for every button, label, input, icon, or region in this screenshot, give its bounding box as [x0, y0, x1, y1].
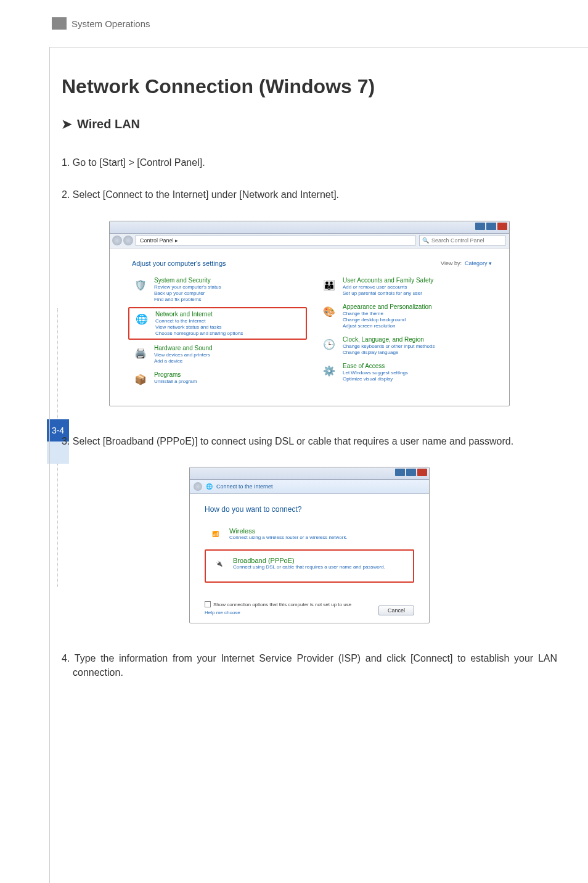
- show-more-check: Show connection options that this comput…: [205, 601, 351, 607]
- cp-category: 📦ProgramsUninstall a program: [132, 371, 303, 388]
- category-icon: ⚙️: [321, 363, 338, 380]
- connection-option: 🔌Broadband (PPPoE)Connect using DSL or c…: [208, 553, 410, 574]
- dialog-footer: Show connection options that this comput…: [205, 601, 414, 615]
- category-link: Change display language: [343, 350, 435, 355]
- step-4-text: Type the information from your Internet …: [73, 653, 557, 677]
- forward-icon: [123, 236, 133, 245]
- category-link: Optimize visual display: [343, 376, 408, 382]
- content-area: Network Connection (Windows 7) ➤ Wired L…: [62, 75, 557, 698]
- category-icon: 🖨️: [132, 345, 149, 362]
- search-icon: 🔍: [422, 237, 429, 244]
- dialog-question: How do you want to connect?: [205, 505, 414, 514]
- option-title: Broadband (PPPoE): [233, 557, 385, 564]
- category-link: Find and fix problems: [154, 297, 221, 302]
- maximize-icon: [406, 469, 416, 476]
- chapter-title: Network Connection (Windows 7): [62, 75, 557, 98]
- close-icon: [417, 469, 427, 476]
- help-link: Help me choose: [205, 610, 351, 615]
- category-link: Add or remove user accounts: [343, 284, 433, 290]
- category-link: Adjust screen resolution: [343, 323, 432, 329]
- cancel-button: Cancel: [378, 606, 414, 615]
- search-placeholder: Search Control Panel: [431, 237, 484, 244]
- dialog-breadcrumb: 🌐 Connect to the Internet: [190, 480, 429, 494]
- search-box: 🔍 Search Control Panel: [419, 235, 505, 246]
- chevron-right-icon: ➤: [62, 117, 72, 131]
- category-title: Hardware and Sound: [154, 345, 213, 351]
- highlight-box: 🌐Network and InternetConnect to the Inte…: [128, 307, 307, 340]
- category-link: Change desktop background: [343, 317, 432, 322]
- category-link: Uninstall a program: [154, 379, 197, 384]
- cp-category: 🎨Appearance and PersonalizationChange th…: [321, 303, 492, 329]
- category-link: View devices and printers: [154, 352, 213, 358]
- category-link: Set up parental controls for any user: [343, 290, 433, 296]
- screenshot-control-panel: Control Panel ▸ 🔍 Search Control Panel A…: [109, 221, 510, 406]
- category-lines: Clock, Language, and RegionChange keyboa…: [343, 336, 435, 355]
- step-2-text: Select [Connect to the Internet] under […: [73, 189, 339, 200]
- option-icon: 📶: [207, 527, 223, 541]
- category-icon: 🎨: [321, 303, 338, 321]
- category-title: Network and Internet: [155, 311, 243, 318]
- show-more-text: Show connection options that this comput…: [213, 602, 351, 607]
- maximize-icon: [486, 223, 496, 230]
- view-by-value: Category ▾: [465, 260, 492, 266]
- category-link: Change the theme: [343, 311, 432, 316]
- category-link: Let Windows suggest settings: [343, 370, 408, 376]
- cp-category: 🖨️Hardware and SoundView devices and pri…: [132, 345, 303, 364]
- section-heading-text: Wired LAN: [77, 117, 140, 131]
- option-subtitle: Connect using DSL or cable that requires…: [233, 564, 385, 570]
- view-by: View by: Category ▾: [441, 260, 492, 266]
- cp-category: ⚙️Ease of AccessLet Windows suggest sett…: [321, 363, 492, 382]
- category-link: Add a device: [154, 358, 213, 364]
- category-title: Clock, Language, and Region: [343, 336, 435, 343]
- option-icon: 🔌: [211, 557, 227, 570]
- category-link: Back up your computer: [154, 290, 221, 296]
- category-title: Ease of Access: [343, 363, 408, 369]
- category-lines: ProgramsUninstall a program: [154, 371, 197, 388]
- step-1: 1. Go to [Start] > [Control Panel].: [62, 156, 557, 170]
- category-link: Review your computer's status: [154, 284, 221, 290]
- category-link: Choose homegroup and sharing options: [155, 331, 243, 336]
- view-by-label: View by:: [441, 260, 462, 266]
- section-heading: ➤ Wired LAN: [62, 117, 557, 131]
- category-title: Appearance and Personalization: [343, 303, 432, 310]
- minimize-icon: [395, 469, 405, 476]
- control-panel-body: Adjust your computer's settings View by:…: [110, 248, 509, 406]
- window-titlebar: [110, 221, 509, 234]
- category-lines: User Accounts and Family SafetyAdd or re…: [343, 277, 433, 296]
- category-lines: Hardware and SoundView devices and print…: [154, 345, 213, 364]
- window-caption-buttons: [475, 223, 507, 230]
- category-title: System and Security: [154, 277, 221, 284]
- step-1-num: 1.: [62, 157, 70, 168]
- option-text: WirelessConnect using a wireless router …: [229, 527, 348, 540]
- category-title: User Accounts and Family Safety: [343, 277, 433, 284]
- breadcrumb-text: Control Panel ▸: [140, 237, 178, 244]
- window-caption-buttons-2: [395, 469, 427, 476]
- step-3: 3. Select [Broadband (PPPoE)] to connect…: [62, 435, 557, 448]
- connection-option: 📶WirelessConnect using a wireless router…: [205, 524, 414, 544]
- dialog-options: 📶WirelessConnect using a wireless router…: [205, 524, 414, 583]
- close-icon: [497, 223, 507, 230]
- step-3-text: Select [Broadband (PPPoE)] to connect us…: [73, 436, 513, 446]
- back-icon: [194, 482, 202, 491]
- cp-columns: 🛡️System and SecurityReview your compute…: [132, 277, 492, 388]
- cp-left-column: 🛡️System and SecurityReview your compute…: [132, 277, 303, 388]
- cp-category: 🕒Clock, Language, and RegionChange keybo…: [321, 336, 492, 355]
- cp-category: 👪User Accounts and Family SafetyAdd or r…: [321, 277, 492, 296]
- category-link: Change keyboards or other input methods: [343, 343, 435, 349]
- cp-category: 🌐Network and InternetConnect to the Inte…: [133, 311, 302, 336]
- category-lines: Ease of AccessLet Windows suggest settin…: [343, 363, 408, 382]
- category-lines: System and SecurityReview your computer'…: [154, 277, 221, 302]
- checkbox-icon: [205, 601, 211, 607]
- dialog-crumb-text: Connect to the Internet: [216, 483, 273, 490]
- cp-right-column: 👪User Accounts and Family SafetyAdd or r…: [321, 277, 492, 388]
- nav-back-forward: [112, 236, 133, 245]
- category-lines: Network and InternetConnect to the Inter…: [155, 311, 243, 336]
- back-icon: [112, 236, 122, 245]
- option-text: Broadband (PPPoE)Connect using DSL or ca…: [233, 557, 385, 570]
- category-icon: 👪: [321, 277, 338, 294]
- option-title: Wireless: [229, 527, 348, 535]
- globe-icon: 🌐: [206, 483, 213, 490]
- category-icon: 🛡️: [132, 277, 149, 294]
- category-lines: Appearance and PersonalizationChange the…: [343, 303, 432, 329]
- category-icon: 📦: [132, 371, 149, 388]
